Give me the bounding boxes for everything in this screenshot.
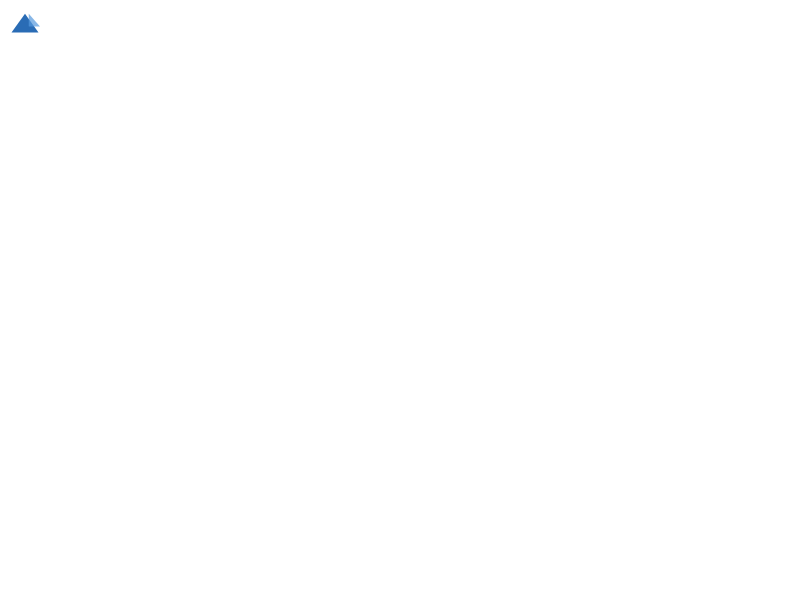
logo-icon bbox=[10, 10, 40, 40]
page-header bbox=[10, 10, 782, 40]
logo bbox=[10, 10, 44, 40]
svg-marker-1 bbox=[29, 14, 40, 27]
